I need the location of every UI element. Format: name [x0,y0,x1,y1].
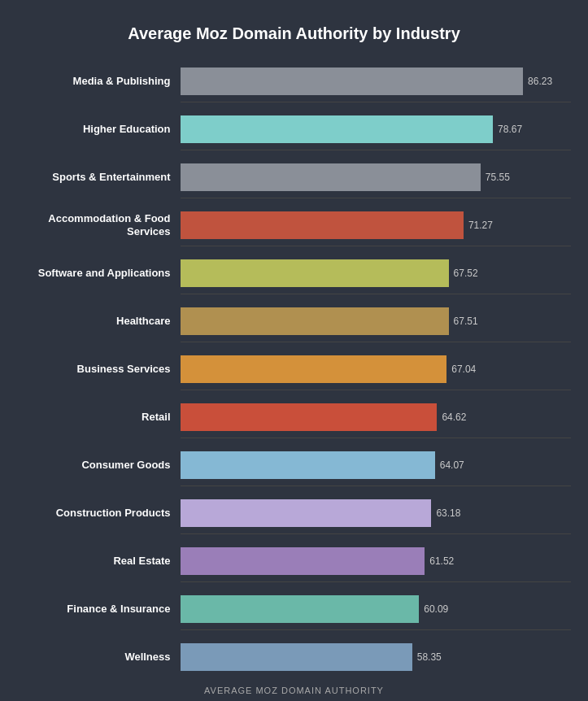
separator [181,629,571,630]
separator [181,102,571,102]
bar-row: Wellness58.35 [18,642,571,673]
bar-value: 64.62 [442,411,466,423]
bar-wrapper: 75.55 [181,163,571,191]
bar [181,547,425,575]
chart-title: Average Moz Domain Authority by Industry [128,24,460,43]
separator [181,150,571,150]
bar-wrapper: 61.52 [181,547,571,575]
bar [181,211,464,239]
bar [181,67,524,95]
bar-row: Construction Products63.18 [18,498,571,529]
bar-row: Accommodation & Food Services71.27 [18,210,571,241]
bar-label: Construction Products [18,507,181,520]
separator [181,390,571,390]
bar-label: Finance & Insurance [18,603,181,616]
bar-row: Healthcare67.51 [18,306,571,337]
separator [181,246,571,246]
bar-label: Sports & Entertainment [18,171,181,184]
bar-value: 60.09 [424,603,448,615]
bar-row: Finance & Insurance60.09 [18,594,571,625]
bar-row: Media & Publishing86.23 [18,66,571,97]
bar-wrapper: 63.18 [181,499,571,527]
bar-label: Accommodation & Food Services [18,212,181,237]
bar [181,259,449,287]
bar-value: 64.07 [440,459,464,471]
bar-value: 67.04 [451,364,476,375]
bar-value: 75.55 [486,172,510,183]
bar-wrapper: 58.35 [181,643,571,671]
bar-value: 86.23 [528,76,552,87]
bar-wrapper: 64.62 [181,403,571,431]
separator [181,533,571,534]
bar-row: Real Estate61.52 [18,546,571,577]
bar [181,115,494,143]
bar-value: 67.52 [454,268,478,279]
bar-label: Real Estate [18,555,181,568]
bar-wrapper: 86.23 [181,67,571,95]
bar-row: Consumer Goods64.07 [18,450,571,481]
bar-label: Wellness [18,651,181,664]
bar-label: Consumer Goods [18,459,181,472]
separator [181,485,571,486]
separator [181,581,571,582]
bar-wrapper: 64.07 [181,451,571,479]
bar-value: 63.18 [436,507,460,519]
separator [181,294,571,294]
bar-row: Retail64.62 [18,402,571,433]
bar [181,499,432,527]
bar-value: 71.27 [468,220,493,231]
bar-label: Business Services [18,363,181,376]
bar-wrapper: 67.52 [181,259,571,287]
bar [181,355,447,383]
bar [181,451,435,479]
x-axis-label: AVERAGE MOZ DOMAIN AUTHORITY [204,686,384,695]
separator [181,438,571,438]
bar-wrapper: 71.27 [181,211,571,239]
bar-label: Media & Publishing [18,75,181,88]
bar-value: 58.35 [417,651,442,663]
bar-label: Software and Applications [18,267,181,280]
bar [181,307,449,335]
bar-value: 78.67 [498,124,522,135]
bar-label: Retail [18,411,181,424]
bar-label: Healthcare [18,315,181,328]
bar [181,643,412,671]
bar-row: Higher Education78.67 [18,114,571,145]
bar-row: Sports & Entertainment75.55 [18,162,571,193]
bar-wrapper: 78.67 [181,115,571,143]
bar-value: 67.51 [454,316,478,327]
chart-container: Media & Publishing86.23Higher Education7… [18,66,571,677]
bar-row: Business Services67.04 [18,354,571,385]
bar-value: 61.52 [429,555,454,567]
bar [181,595,420,623]
separator [181,198,571,198]
bar-wrapper: 67.51 [181,307,571,335]
separator [181,342,571,342]
bar-wrapper: 60.09 [181,595,571,623]
bar-wrapper: 67.04 [181,355,571,383]
bar [181,403,438,431]
bar-label: Higher Education [18,123,181,136]
bar-row: Software and Applications67.52 [18,258,571,289]
bar [181,163,481,191]
